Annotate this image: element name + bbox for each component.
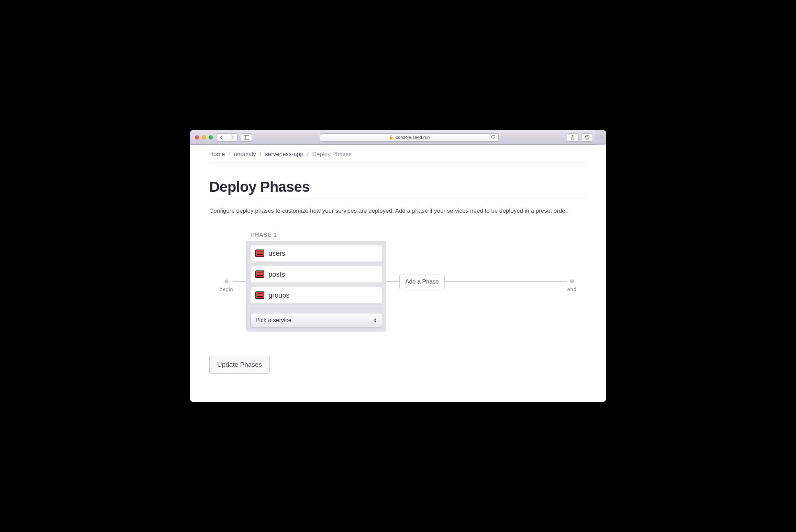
sidebar-toggle[interactable] <box>241 133 252 142</box>
service-icon <box>255 291 264 299</box>
breadcrumb-home[interactable]: Home <box>209 151 225 157</box>
browser-window: 🔒 console.seed.run + Home / anom <box>190 130 606 402</box>
tabs-button[interactable] <box>582 134 593 141</box>
flow-connector <box>386 281 399 282</box>
dot-icon <box>570 279 574 284</box>
toolbar-right: + <box>567 130 601 145</box>
service-icon <box>255 270 264 278</box>
svg-rect-3 <box>586 135 589 138</box>
back-button[interactable] <box>217 134 227 141</box>
breadcrumb: Home / anomaly / serverless-app / Deploy… <box>209 151 587 163</box>
service-name: posts <box>268 270 285 278</box>
breadcrumb-org[interactable]: anomaly <box>234 151 256 157</box>
breadcrumb-app[interactable]: serverless-app <box>265 151 303 157</box>
add-phase-button[interactable]: Add a Phase <box>399 275 444 289</box>
flow-connector <box>445 281 567 282</box>
browser-titlebar: 🔒 console.seed.run + <box>190 130 606 145</box>
end-label: end <box>567 286 576 292</box>
svg-rect-2 <box>585 136 588 139</box>
page-content: Home / anomaly / serverless-app / Deploy… <box>190 145 606 402</box>
phase-card: userspostsgroups Pick a service ▲▼ <box>246 241 386 332</box>
update-phases-button[interactable]: Update Phases <box>209 356 270 374</box>
flow-end: end <box>567 279 576 292</box>
reload-icon[interactable] <box>491 134 496 140</box>
nav-buttons <box>216 133 237 142</box>
address-bar[interactable]: 🔒 console.seed.run <box>320 133 499 142</box>
phase-flow: begin PHASE 1 userspostsgroups Pick a se… <box>209 232 587 332</box>
svg-rect-0 <box>244 135 249 139</box>
phase-label: PHASE 1 <box>251 232 386 238</box>
close-window-button[interactable] <box>195 135 199 140</box>
window-controls <box>195 135 213 140</box>
service-item[interactable]: groups <box>250 287 382 304</box>
flow-begin: begin <box>220 279 233 292</box>
begin-label: begin <box>220 286 233 292</box>
share-button[interactable] <box>567 134 578 141</box>
service-picker[interactable]: Pick a service ▲▼ <box>250 313 382 328</box>
url-text: console.seed.run <box>396 135 430 140</box>
flow-connector <box>233 281 246 282</box>
page-description: Configure deploy phases to customize how… <box>209 207 587 215</box>
service-name: groups <box>268 291 289 299</box>
fullscreen-window-button[interactable] <box>209 135 213 140</box>
picker-label: Pick a service <box>255 317 291 324</box>
service-item[interactable]: posts <box>250 266 382 283</box>
service-icon <box>255 250 264 257</box>
select-arrows-icon: ▲▼ <box>373 318 377 323</box>
divider <box>250 309 382 309</box>
page-title: Deploy Phases <box>209 179 587 199</box>
breadcrumb-current: Deploy Phases <box>312 151 352 157</box>
service-item[interactable]: users <box>250 245 382 262</box>
phase-column: PHASE 1 userspostsgroups Pick a service … <box>246 232 386 332</box>
service-name: users <box>268 250 285 257</box>
lock-icon: 🔒 <box>389 135 394 140</box>
minimize-window-button[interactable] <box>202 135 206 140</box>
dot-icon <box>224 279 229 284</box>
forward-button[interactable] <box>227 134 237 141</box>
new-tab-button[interactable]: + <box>596 130 606 145</box>
